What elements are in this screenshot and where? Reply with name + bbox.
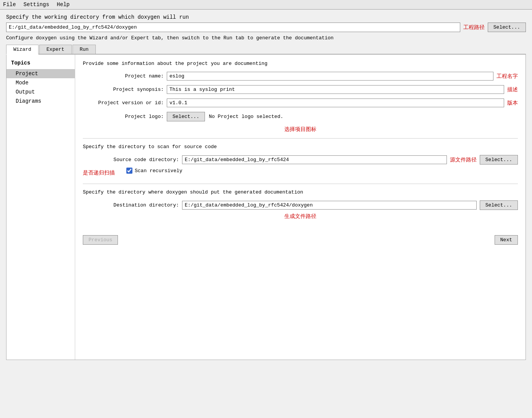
project-version-annotation: 版本	[507, 100, 518, 107]
menu-settings[interactable]: Settings	[24, 2, 49, 8]
dest-annotation: 生成文件路径	[284, 213, 316, 219]
project-logo-label: Project logo:	[83, 114, 167, 119]
scan-recursive-annotation: 是否递归扫描	[83, 169, 115, 176]
sidebar: Topics Project Mode Output Diagrams	[6, 55, 75, 360]
logo-no-selection-text: No Project logo selected.	[209, 114, 283, 119]
dest-dir-input[interactable]	[182, 201, 477, 210]
project-name-annotation: 工程名字	[497, 73, 518, 80]
project-version-label: Project version or id:	[83, 100, 167, 106]
logo-select-button[interactable]: Select...	[167, 112, 205, 121]
tab-run[interactable]: Run	[73, 45, 96, 54]
bottom-nav: Previous Next	[83, 231, 518, 245]
working-dir-input[interactable]	[6, 23, 460, 32]
source-dir-row: Source code directory: 源文件路径 Select...	[83, 155, 518, 165]
working-dir-annotation: 工程路径	[463, 24, 485, 31]
divider-2	[83, 184, 518, 184]
menubar: File Settings Help	[0, 0, 532, 10]
source-section-title: Specify the directory to scan for source…	[83, 144, 518, 150]
tab-expert[interactable]: Expert	[39, 45, 72, 54]
project-synopsis-input[interactable]	[167, 85, 504, 94]
sidebar-item-output[interactable]: Output	[6, 87, 75, 97]
sidebar-heading: Topics	[6, 58, 75, 69]
scan-recursive-label: Scan recursively	[135, 168, 182, 174]
source-dir-label: Source code directory:	[83, 157, 182, 163]
dest-dir-row: Destination directory: Select...	[83, 200, 518, 210]
project-synopsis-row: Project synopsis: 描述	[83, 85, 518, 94]
project-logo-row: Project logo: Select... No Project logo …	[83, 112, 518, 121]
scan-recursive-row: Scan recursively	[126, 168, 182, 174]
tab-wizard[interactable]: Wizard	[6, 45, 39, 55]
scan-recursive-checkbox[interactable]	[126, 168, 132, 174]
working-dir-label: Specify the working directory from which…	[6, 14, 526, 20]
sidebar-item-mode[interactable]: Mode	[6, 78, 75, 87]
dest-dir-label: Destination directory:	[83, 202, 182, 208]
project-synopsis-label: Project synopsis:	[83, 87, 167, 92]
next-button[interactable]: Next	[495, 235, 518, 245]
project-synopsis-annotation: 描述	[507, 86, 518, 93]
menu-file[interactable]: File	[3, 2, 16, 8]
source-dir-annotation: 源文件路径	[450, 157, 477, 163]
divider-1	[83, 138, 518, 139]
working-dir-row: 工程路径 Select...	[6, 23, 526, 32]
source-dir-input[interactable]	[182, 155, 447, 164]
scan-recursive-container: 是否递归扫描 Scan recursively	[83, 168, 518, 178]
main-container: Specify the working directory from which…	[0, 10, 532, 365]
dest-dir-select-button[interactable]: Select...	[480, 200, 518, 210]
logo-area: Select... No Project logo selected.	[167, 112, 283, 121]
previous-button[interactable]: Previous	[83, 235, 118, 245]
logo-annotation: 选择项目图标	[284, 126, 316, 132]
working-dir-select-button[interactable]: Select...	[488, 23, 526, 32]
main-panel: Provide some information about the proje…	[75, 55, 526, 360]
dest-section-title: Specify the directory where doxygen shou…	[83, 189, 518, 195]
configure-text: Configure doxygen using the Wizard and/o…	[6, 35, 526, 41]
project-name-input[interactable]	[167, 72, 493, 81]
sidebar-item-project[interactable]: Project	[6, 69, 75, 78]
project-name-label: Project name:	[83, 73, 167, 79]
content-area: Topics Project Mode Output Diagrams Prov…	[6, 55, 526, 360]
project-section-title: Provide some information about the proje…	[83, 61, 518, 66]
tabs: Wizard Expert Run	[6, 45, 526, 55]
project-version-input[interactable]	[167, 98, 504, 107]
sidebar-item-diagrams[interactable]: Diagrams	[6, 97, 75, 106]
menu-help[interactable]: Help	[57, 2, 70, 8]
project-name-row: Project name: 工程名字	[83, 72, 518, 81]
source-dir-select-button[interactable]: Select...	[480, 155, 518, 165]
project-version-row: Project version or id: 版本	[83, 98, 518, 107]
